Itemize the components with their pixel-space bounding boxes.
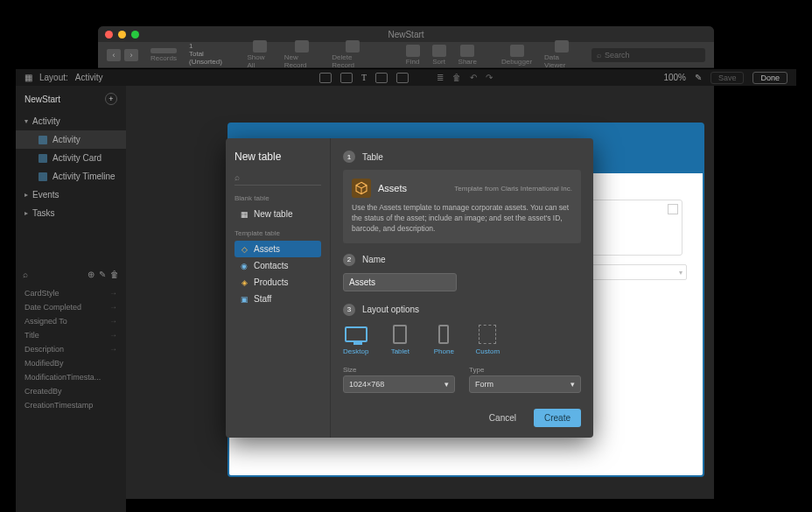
tool-button-icon[interactable] [396,73,409,83]
chevron-down-icon: ▾ [444,380,449,389]
template-source: Template from Claris International Inc. [454,185,572,193]
panel-toggle-icon[interactable]: ▦ [24,73,32,82]
field-item[interactable]: Assigned To→ [23,314,119,328]
new-table-modal: New table ⌕ Blank table ▦ New table Temp… [226,138,593,438]
brush-icon[interactable]: ✎ [695,73,702,82]
chevron-down-icon: ▾ [679,269,682,277]
cube-icon: ◇ [240,245,248,254]
sidebar-group[interactable]: ▸Tasks [16,204,126,222]
tool-delete-icon[interactable]: 🗑 [452,73,461,82]
tablet-icon [393,325,407,344]
step-3-badge: 3 [343,304,355,316]
size-select[interactable]: 1024×768 ▾ [343,375,455,393]
step-2-label: Name [362,255,386,264]
step-1-badge: 1 [343,151,355,163]
sidebar-group[interactable]: ▾Activity [16,112,126,130]
field-item[interactable]: Date Completed→ [23,300,119,314]
tool-undo-icon[interactable]: ↶ [470,73,477,82]
sidebar-group[interactable]: ▸Events [16,186,126,204]
template-item-products[interactable]: ◈Products [234,274,321,291]
main-toolbar: ‹ › Records 1 Total (Unsorted) Show All … [98,42,714,68]
field-item[interactable]: CardStyle→ [23,286,119,300]
layout-option-tablet[interactable]: Tablet [388,325,412,355]
record-count: 1 Total (Unsorted) [189,43,234,66]
field-search-icon[interactable]: ⌕ [23,270,28,279]
template-item-assets[interactable]: ◇Assets [234,241,321,257]
modal-main: 1 Table Assets Template from Claris Inte… [331,138,593,438]
share-button[interactable] [460,45,474,57]
layout-icon [38,172,47,181]
sort-button[interactable] [432,45,446,57]
template-item-contacts[interactable]: ◉Contacts [234,257,321,274]
done-button[interactable]: Done [752,72,788,84]
nav-fwd-button[interactable]: › [124,49,138,61]
badge-icon: ▣ [240,295,248,304]
field-item[interactable]: Title→ [23,328,119,342]
edit-field-icon[interactable]: ✎ [99,270,106,279]
type-select[interactable]: Form ▾ [469,375,581,393]
tool-columns-icon[interactable] [319,73,332,83]
sidebar-item[interactable]: Activity [16,130,126,149]
data-viewer-button[interactable] [555,40,569,53]
record-slider[interactable] [150,48,177,53]
template-search[interactable]: ⌕ [234,170,321,186]
blank-table-item[interactable]: ▦ New table [234,206,321,222]
tag-icon: ◈ [240,278,248,287]
field-item[interactable]: ModificationTimesta... [23,370,119,384]
layout-name[interactable]: Activity [75,73,103,82]
custom-size-icon [479,325,496,344]
window-close-icon[interactable] [105,31,113,39]
field-item[interactable]: ModifiedBy [23,356,119,370]
sidebar-item[interactable]: Activity Timeline [16,167,126,186]
layout-icon [38,154,47,163]
field-item[interactable]: CreationTimestamp [23,398,119,412]
field-item[interactable]: CreatedBy [23,384,119,398]
records-label: Records [150,54,177,62]
nav-back-button[interactable]: ‹ [107,49,121,61]
arrow-right-icon: → [109,331,117,340]
layout-icon [38,136,47,144]
layout-label: Layout: [39,73,68,82]
tool-redo-icon[interactable]: ↷ [486,73,493,82]
window-min-icon[interactable] [118,31,126,39]
tool-align-icon[interactable]: ≣ [437,73,444,82]
create-button[interactable]: Create [534,409,581,427]
field-item[interactable]: Description→ [23,342,119,356]
zoom-level[interactable]: 100% [663,73,686,82]
tool-image-icon[interactable] [375,73,388,83]
template-info-card: Assets Template from Claris Internationa… [343,170,581,243]
arrow-right-icon: → [109,289,117,298]
size-label: Size [343,366,455,374]
sidebar-item[interactable]: Activity Card [16,149,126,167]
template-description: Use the Assets template to manage corpor… [352,203,572,235]
layout-option-custom[interactable]: Custom [475,325,500,355]
layout-option-phone[interactable]: Phone [431,325,456,355]
template-section-label: Template table [234,229,321,237]
modal-title: New table [234,151,321,163]
table-icon: ▦ [240,210,248,219]
template-name: Assets [378,183,407,193]
save-button[interactable]: Save [710,72,745,84]
layout-option-desktop[interactable]: Desktop [343,325,368,355]
delete-record-button[interactable] [346,40,360,53]
find-button[interactable] [406,45,420,57]
cancel-button[interactable]: Cancel [479,409,527,427]
toolbar-search[interactable]: ⌕ Search [592,48,705,62]
show-all-button[interactable] [253,40,267,53]
modal-sidebar: New table ⌕ Blank table ▦ New table Temp… [226,138,331,438]
tool-text-icon[interactable]: T [361,73,367,82]
chevron-icon: ▸ [24,209,28,217]
blank-section-label: Blank table [234,194,321,202]
new-record-button[interactable] [295,40,309,53]
debugger-button[interactable] [510,45,524,57]
chevron-down-icon: ▾ [570,380,575,389]
template-item-staff[interactable]: ▣Staff [234,291,321,307]
table-name-input[interactable] [343,273,457,291]
window-title: NewStart [388,30,424,39]
delete-field-icon[interactable]: 🗑 [110,270,119,279]
add-layout-button[interactable]: + [105,93,117,105]
add-field-icon[interactable]: ⊕ [88,270,94,279]
tool-frame-icon[interactable] [340,73,353,83]
window-max-icon[interactable] [131,31,139,39]
person-icon: ◉ [240,262,248,270]
